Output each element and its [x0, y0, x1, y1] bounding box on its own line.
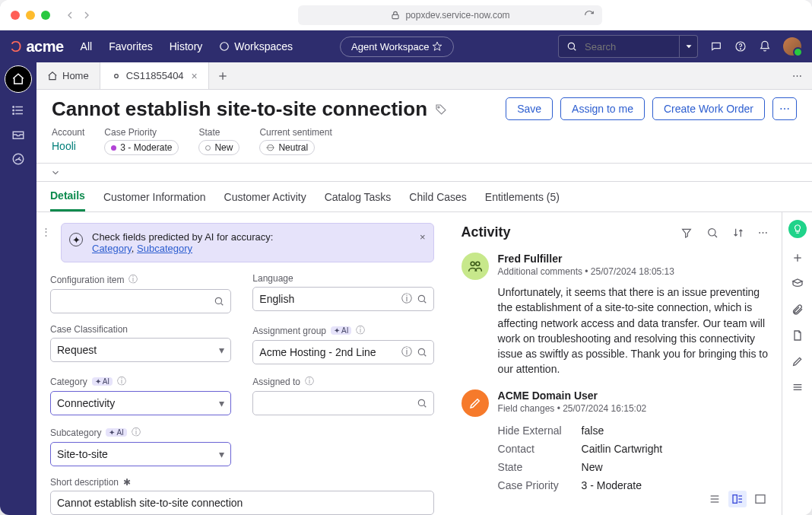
avatar-icon	[462, 253, 489, 280]
star-icon	[432, 41, 442, 52]
info-icon: ⓘ	[401, 292, 412, 306]
tab-catalog-tasks[interactable]: Catalog Tasks	[325, 182, 392, 211]
record-icon	[111, 71, 122, 81]
assigned-to-input[interactable]	[252, 391, 433, 415]
util-list-icon[interactable]	[791, 381, 804, 393]
field-language: Language English ⓘ	[252, 273, 433, 313]
search-input[interactable]	[583, 40, 671, 53]
forward-icon[interactable]	[81, 9, 93, 21]
field-subcategory: Subcategory ✦AI ⓘ Site-to-site ▾	[50, 426, 231, 466]
rail-inbox-icon[interactable]	[11, 128, 25, 141]
activity-more-icon[interactable]: ⋯	[758, 227, 768, 239]
banner-close-icon[interactable]: ×	[420, 231, 426, 243]
bulb-icon	[792, 224, 803, 234]
tab-child-cases[interactable]: Child Cases	[409, 182, 466, 211]
agent-assist-button[interactable]	[788, 220, 807, 238]
url-bar[interactable]: popxdev.service-now.com	[298, 5, 602, 25]
mac-min-dot[interactable]	[26, 11, 35, 20]
view-list-icon[interactable]	[709, 493, 721, 505]
tab-entitlements[interactable]: Entitlements (5)	[485, 182, 560, 211]
workspace-pill[interactable]: Agent Workspace	[340, 37, 454, 57]
chat-icon[interactable]	[710, 40, 722, 52]
assign-to-me-button[interactable]: Assign to me	[560, 97, 645, 120]
tab-details[interactable]: Details	[50, 182, 85, 211]
user-avatar[interactable]	[783, 37, 801, 56]
tab-customer-info[interactable]: Customer Information	[103, 182, 206, 211]
drag-handle-icon[interactable]: ⋮	[41, 226, 51, 237]
info-icon[interactable]: ⓘ	[132, 426, 141, 439]
entry-meta: Additional comments • 25/07/2024 18:05:1…	[498, 266, 768, 277]
tab-strip: Home CS11855404 × ⋯	[36, 62, 812, 90]
ai-link-subcategory[interactable]: Subcategory	[137, 243, 192, 254]
svg-point-11	[13, 106, 14, 108]
rail-dashboard-icon[interactable]	[11, 152, 25, 166]
search-icon[interactable]	[706, 227, 718, 239]
filter-icon[interactable]	[680, 227, 693, 239]
tag-icon[interactable]	[435, 103, 447, 116]
ai-link-category[interactable]: Category	[92, 243, 132, 254]
collapse-header-toggle[interactable]	[36, 164, 812, 182]
tab-home[interactable]: Home	[36, 62, 100, 89]
search-icon	[417, 347, 427, 358]
info-icon[interactable]: ⓘ	[305, 375, 314, 388]
close-tab-icon[interactable]: ×	[192, 70, 198, 82]
util-add-icon[interactable]	[791, 252, 804, 264]
save-button[interactable]: Save	[506, 97, 553, 120]
category-select[interactable]: Connectivity ▾	[50, 391, 231, 415]
tab-customer-activity[interactable]: Customer Activity	[224, 182, 306, 211]
rail-list-icon[interactable]	[11, 103, 25, 117]
svg-point-32	[475, 262, 479, 265]
search-scope-dropdown[interactable]	[680, 35, 698, 58]
activity-entry: Fred Fulfiller Additional comments • 25/…	[462, 253, 768, 377]
view-split-icon[interactable]	[728, 491, 747, 507]
util-document-icon[interactable]	[791, 329, 804, 342]
browser-titlebar: popxdev.service-now.com	[0, 0, 812, 30]
case-classification-select[interactable]: Request ▾	[50, 338, 231, 362]
mac-close-dot[interactable]	[11, 11, 20, 20]
info-icon: ⓘ	[401, 345, 412, 359]
svg-line-27	[423, 405, 426, 408]
help-icon[interactable]	[734, 40, 747, 52]
util-attachment-icon[interactable]	[791, 304, 804, 316]
info-icon[interactable]: ⓘ	[128, 273, 138, 286]
config-item-input[interactable]	[50, 289, 231, 313]
svg-line-15	[18, 157, 20, 159]
nav-workspaces[interactable]: Workspaces	[219, 40, 293, 52]
left-rail	[0, 62, 36, 515]
language-input[interactable]: English ⓘ	[252, 287, 433, 311]
info-icon[interactable]: ⓘ	[356, 324, 365, 337]
tab-record[interactable]: CS11855404 ×	[100, 62, 209, 89]
tab-overflow-button[interactable]: ⋯	[782, 62, 812, 89]
util-edit-icon[interactable]	[791, 355, 804, 367]
info-icon[interactable]: ⓘ	[117, 375, 126, 388]
ai-plus-icon: ✦	[69, 233, 83, 246]
new-tab-button[interactable]	[209, 62, 236, 89]
nav-favorites[interactable]: Favorites	[109, 40, 153, 52]
svg-line-4	[574, 49, 576, 51]
back-icon[interactable]	[64, 9, 76, 21]
brand-logo[interactable]: C acme	[11, 38, 64, 56]
nav-all[interactable]: All	[81, 40, 93, 52]
short-description-input[interactable]: Cannot establish site-to-site connection	[50, 491, 434, 515]
create-work-order-button[interactable]: Create Work Order	[652, 97, 765, 120]
svg-point-24	[418, 348, 424, 354]
util-knowledge-icon[interactable]	[791, 278, 804, 290]
global-search[interactable]	[558, 35, 680, 58]
bell-icon[interactable]	[759, 40, 771, 52]
rail-home-button[interactable]	[5, 65, 32, 93]
refresh-icon[interactable]	[584, 10, 595, 21]
header-more-button[interactable]: ⋯	[772, 97, 797, 120]
svg-marker-5	[686, 45, 691, 48]
nav-history[interactable]: History	[170, 40, 203, 52]
svg-point-13	[13, 113, 14, 115]
caret-down-icon	[684, 41, 694, 52]
activity-panel: Activity ⋯ Fred Fulfille	[448, 212, 782, 515]
view-layout-switcher	[709, 491, 766, 507]
account-link[interactable]: Hooli	[52, 140, 84, 152]
view-full-icon[interactable]	[754, 493, 766, 505]
assignment-group-input[interactable]: Acme Hosting - 2nd Line ⓘ	[252, 340, 433, 364]
sort-icon[interactable]	[732, 227, 744, 239]
infobit-state: State New	[198, 127, 239, 155]
mac-max-dot[interactable]	[41, 11, 50, 20]
subcategory-select[interactable]: Site-to-site ▾	[50, 442, 231, 466]
